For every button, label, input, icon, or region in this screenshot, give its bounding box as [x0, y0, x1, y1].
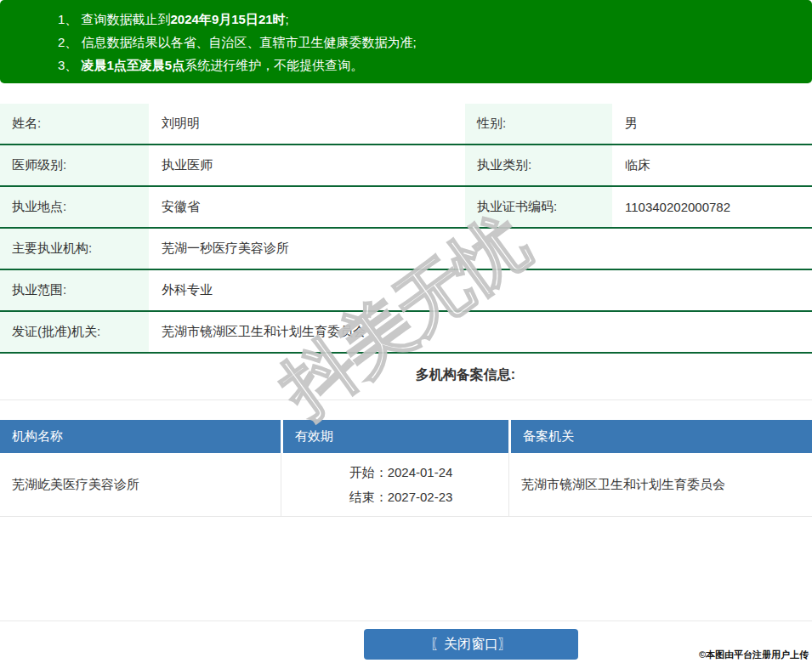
validity-start: 开始：2024-01-24 — [349, 460, 453, 484]
table-row: 医师级别: 执业医师 执业类别: 临床 — [0, 145, 812, 187]
table-row: 执业范围: 外科专业 — [0, 270, 812, 312]
notice-number: 3、 — [58, 58, 77, 72]
filing-table: 机构名称 有效期 备案机关 芜湖屹美医疗美容诊所 开始：2024-01-24 结… — [0, 420, 812, 517]
column-header-institution: 机构名称 — [0, 420, 281, 453]
filing-validity-period: 开始：2024-01-24 结束：2027-02-23 — [281, 453, 508, 516]
field-label-practice-category: 执业类别: — [465, 145, 612, 185]
field-label-practice-location: 执业地点: — [0, 187, 149, 227]
notice-banner: 1、 查询数据截止到2024年9月15日21时; 2、 信息数据结果以各省、自治… — [0, 0, 812, 83]
notice-bold-text: 2024年9月15日21时 — [171, 12, 286, 26]
notice-text: 查询数据截止到 — [82, 12, 171, 26]
table-row: 主要执业机构: 芜湖一秒医疗美容诊所 — [0, 229, 812, 270]
field-label-name: 姓名: — [0, 104, 149, 144]
field-value-doctor-level: 执业医师 — [149, 145, 465, 185]
field-value-main-institution: 芜湖一秒医疗美容诊所 — [149, 229, 812, 269]
column-header-authority: 备案机关 — [508, 420, 812, 453]
upload-caption: ©本图由平台注册用户上传 — [699, 649, 809, 661]
close-window-button[interactable]: 〖关闭窗口〗 — [364, 629, 578, 660]
table-row: 发证(批准)机关: 芜湖市镜湖区卫生和计划生育委员会 — [0, 312, 812, 354]
field-value-practice-location: 安徽省 — [149, 187, 465, 227]
divider — [0, 620, 812, 621]
field-label-certificate-number: 执业证书编码: — [465, 187, 612, 227]
column-header-validity: 有效期 — [281, 420, 508, 453]
field-value-certificate-number: 110340202000782 — [612, 187, 812, 227]
practitioner-info-table: 姓名: 刘明明 性别: 男 医师级别: 执业医师 执业类别: 临床 执业地点: … — [0, 104, 812, 354]
multi-institution-heading: 多机构备案信息: — [0, 366, 812, 384]
notice-number: 1、 — [58, 12, 77, 26]
table-row: 芜湖屹美医疗美容诊所 开始：2024-01-24 结束：2027-02-23 芜… — [0, 453, 812, 517]
filing-table-header: 机构名称 有效期 备案机关 — [0, 420, 812, 453]
filing-institution-name: 芜湖屹美医疗美容诊所 — [0, 453, 281, 516]
divider — [0, 400, 812, 400]
notice-number: 2、 — [58, 35, 77, 49]
field-label-issuing-authority: 发证(批准)机关: — [0, 312, 149, 352]
notice-bold-text: 凌晨1点至凌晨5点 — [82, 58, 185, 72]
field-label-doctor-level: 医师级别: — [0, 145, 149, 185]
field-value-practice-scope: 外科专业 — [149, 270, 812, 310]
notice-line-2: 2、 信息数据结果以各省、自治区、直辖市卫生健康委数据为准; — [58, 31, 803, 54]
filing-authority: 芜湖市镜湖区卫生和计划生育委员会 — [508, 453, 812, 516]
validity-end: 结束：2027-02-23 — [349, 484, 453, 509]
notice-line-1: 1、 查询数据截止到2024年9月15日21时; — [58, 8, 803, 31]
notice-line-3: 3、 凌晨1点至凌晨5点系统进行维护，不能提供查询。 — [58, 54, 803, 76]
notice-text: 信息数据结果以各省、自治区、直辖市卫生健康委数据为准; — [82, 35, 417, 49]
notice-text: ; — [286, 12, 289, 26]
field-value-name: 刘明明 — [149, 104, 465, 144]
field-label-practice-scope: 执业范围: — [0, 270, 149, 310]
field-label-gender: 性别: — [465, 104, 612, 144]
table-row: 姓名: 刘明明 性别: 男 — [0, 104, 812, 145]
field-label-main-institution: 主要执业机构: — [0, 229, 149, 269]
field-value-practice-category: 临床 — [612, 145, 812, 185]
notice-text: 系统进行维护，不能提供查询。 — [185, 58, 363, 72]
field-value-issuing-authority: 芜湖市镜湖区卫生和计划生育委员会 — [149, 312, 812, 352]
table-row: 执业地点: 安徽省 执业证书编码: 110340202000782 — [0, 187, 812, 229]
field-value-gender: 男 — [612, 104, 812, 144]
query-result-page: 1、 查询数据截止到2024年9月15日21时; 2、 信息数据结果以各省、自治… — [0, 0, 812, 663]
